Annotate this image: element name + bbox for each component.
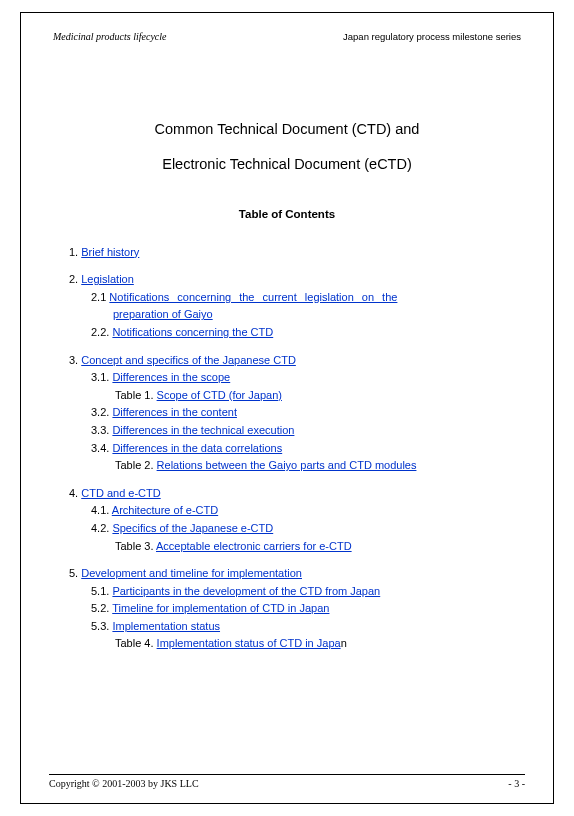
toc-item-4-1: 4.1. Architecture of e-CTD	[69, 502, 525, 520]
page-footer: Copyright © 2001-2003 by JKS LLC - 3 -	[49, 774, 525, 789]
toc-item-4: 4. CTD and e-CTD	[69, 485, 525, 503]
toc-item-4-2: 4.2. Specifics of the Japanese e-CTD	[69, 520, 525, 538]
toc-num: 3.2.	[91, 406, 112, 418]
toc-num: 4.1.	[91, 504, 112, 516]
toc-item-3-4: 3.4. Differences in the data correlation…	[69, 440, 525, 458]
toc-link-table-3[interactable]: Acceptable electronic carriers for e-CTD	[156, 540, 352, 552]
toc-num: 1.	[69, 246, 81, 258]
toc-link-legislation[interactable]: Legislation	[81, 273, 134, 285]
header-right: Japan regulatory process milestone serie…	[343, 31, 521, 42]
header-left: Medicinal products lifecycle	[53, 31, 166, 42]
toc-num: 4.2.	[91, 522, 112, 534]
toc-item-1: 1. Brief history	[69, 244, 525, 262]
toc-num: 3.4.	[91, 442, 112, 454]
title-line-2: Electronic Technical Document (eCTD)	[49, 147, 525, 182]
footer-copyright: Copyright © 2001-2003 by JKS LLC	[49, 778, 199, 789]
table-of-contents: 1. Brief history 2. Legislation 2.1 Noti…	[49, 244, 525, 653]
toc-link-concept-specifics[interactable]: Concept and specifics of the Japanese CT…	[81, 354, 296, 366]
toc-table-label: Table 3.	[115, 540, 156, 552]
toc-link-architecture-ectd[interactable]: Architecture of e-CTD	[112, 504, 218, 516]
toc-item-3-1: 3.1. Differences in the scope	[69, 369, 525, 387]
toc-table-1: Table 1. Scope of CTD (for Japan)	[69, 387, 525, 405]
toc-item-3: 3. Concept and specifics of the Japanese…	[69, 352, 525, 370]
toc-num: 2.1	[91, 291, 109, 303]
toc-link-participants[interactable]: Participants in the development of the C…	[112, 585, 380, 597]
toc-tail-char: n	[341, 637, 347, 649]
toc-link-diff-technical[interactable]: Differences in the technical execution	[112, 424, 294, 436]
toc-link-table-2[interactable]: Relations between the Gaiyo parts and CT…	[157, 459, 417, 471]
toc-link-diff-data[interactable]: Differences in the data correlations	[112, 442, 282, 454]
toc-item-3-2: 3.2. Differences in the content	[69, 404, 525, 422]
page-frame: Medicinal products lifecycle Japan regul…	[20, 12, 554, 804]
toc-link-brief-history[interactable]: Brief history	[81, 246, 139, 258]
toc-num: 5.2.	[91, 602, 112, 614]
toc-link-development-timeline[interactable]: Development and timeline for implementat…	[81, 567, 302, 579]
toc-num: 5.	[69, 567, 81, 579]
toc-item-5-2: 5.2. Timeline for implementation of CTD …	[69, 600, 525, 618]
toc-item-2-2: 2.2. Notifications concerning the CTD	[69, 324, 525, 342]
toc-num: 5.3.	[91, 620, 112, 632]
toc-link-implementation-status[interactable]: Implementation status	[112, 620, 220, 632]
toc-num: 5.1.	[91, 585, 112, 597]
toc-heading: Table of Contents	[49, 208, 525, 220]
toc-item-5-1: 5.1. Participants in the development of …	[69, 583, 525, 601]
page-header: Medicinal products lifecycle Japan regul…	[49, 31, 525, 44]
footer-page-number: - 3 -	[508, 778, 525, 789]
toc-item-5-3: 5.3. Implementation status	[69, 618, 525, 636]
toc-link-timeline[interactable]: Timeline for implementation of CTD in Ja…	[112, 602, 329, 614]
toc-link-ctd-ectd[interactable]: CTD and e-CTD	[81, 487, 160, 499]
toc-table-label: Table 2.	[115, 459, 157, 471]
toc-num: 3.	[69, 354, 81, 366]
toc-num: 3.1.	[91, 371, 112, 383]
toc-link-diff-scope[interactable]: Differences in the scope	[112, 371, 230, 383]
toc-table-label: Table 1.	[115, 389, 157, 401]
toc-num: 4.	[69, 487, 81, 499]
document-title: Common Technical Document (CTD) and Elec…	[49, 112, 525, 182]
toc-table-2: Table 2. Relations between the Gaiyo par…	[69, 457, 525, 475]
toc-item-2: 2. Legislation	[69, 271, 525, 289]
toc-num: 3.3.	[91, 424, 112, 436]
toc-item-5: 5. Development and timeline for implemen…	[69, 565, 525, 583]
toc-table-3: Table 3. Acceptable electronic carriers …	[69, 538, 525, 556]
toc-link-notifications-gaiyo[interactable]: Notifications concerning the current leg…	[91, 291, 525, 324]
toc-link-specifics-ectd[interactable]: Specifics of the Japanese e-CTD	[112, 522, 273, 534]
toc-num: 2.2.	[91, 326, 112, 338]
toc-table-label: Table 4.	[115, 637, 157, 649]
toc-link-diff-content[interactable]: Differences in the content	[112, 406, 237, 418]
toc-item-3-3: 3.3. Differences in the technical execut…	[69, 422, 525, 440]
toc-link-notifications-ctd[interactable]: Notifications concerning the CTD	[112, 326, 273, 338]
toc-num: 2.	[69, 273, 81, 285]
toc-link-table-4[interactable]: Implementation status of CTD in Japa	[157, 637, 341, 649]
toc-item-2-1: 2.1 Notifications concerning the current…	[69, 289, 525, 324]
toc-link-table-1[interactable]: Scope of CTD (for Japan)	[157, 389, 282, 401]
title-line-1: Common Technical Document (CTD) and	[49, 112, 525, 147]
toc-table-4: Table 4. Implementation status of CTD in…	[69, 635, 525, 653]
